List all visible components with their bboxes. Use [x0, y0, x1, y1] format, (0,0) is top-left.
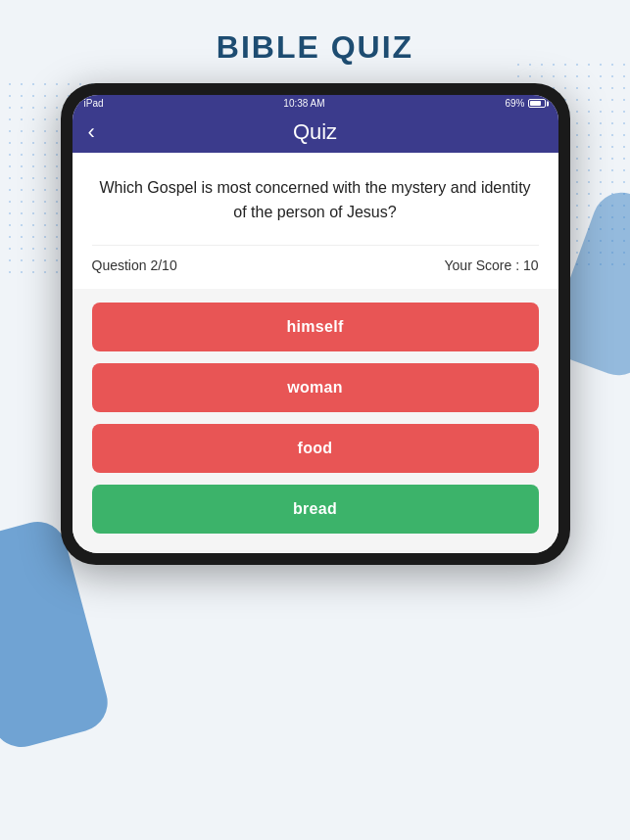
back-button[interactable]: ‹ — [88, 121, 95, 143]
battery-icon — [528, 99, 546, 108]
answer-button-0[interactable]: himself — [92, 303, 539, 351]
battery-fill — [530, 101, 540, 106]
page-title: BIBLE QUIZ — [0, 0, 630, 83]
phone-screen: iPad 10:38 AM 69% ‹ Quiz Which Gospel is… — [73, 95, 558, 553]
nav-bar: ‹ Quiz — [73, 112, 558, 153]
answer-button-3[interactable]: bread — [92, 485, 539, 534]
phone-frame: iPad 10:38 AM 69% ‹ Quiz Which Gospel is… — [61, 83, 570, 565]
status-time: 10:38 AM — [283, 98, 324, 109]
question-text: Which Gospel is most concerned with the … — [92, 176, 539, 225]
score-display: Your Score : 10 — [445, 257, 539, 273]
status-bar: iPad 10:38 AM 69% — [73, 95, 558, 112]
status-right: 69% — [505, 98, 546, 109]
answers-area: himselfwomanfoodbread — [73, 289, 558, 553]
question-meta: Question 2/10 Your Score : 10 — [92, 245, 539, 273]
answer-button-2[interactable]: food — [92, 424, 539, 473]
battery-percent: 69% — [505, 98, 524, 109]
question-area: Which Gospel is most concerned with the … — [73, 153, 558, 289]
question-number: Question 2/10 — [92, 257, 177, 273]
status-device: iPad — [84, 98, 104, 109]
answer-button-1[interactable]: woman — [92, 363, 539, 412]
nav-title: Quiz — [293, 119, 337, 145]
